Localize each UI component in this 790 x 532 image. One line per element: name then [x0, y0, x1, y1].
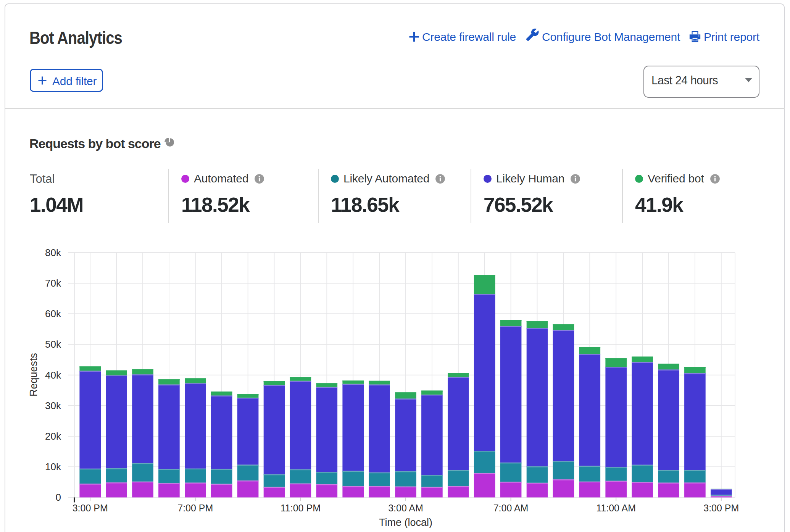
svg-text:3:00 PM: 3:00 PM	[703, 503, 739, 513]
svg-text:7:00 PM: 7:00 PM	[177, 503, 213, 513]
svg-text:80k: 80k	[45, 247, 61, 258]
svg-text:11:00 AM: 11:00 AM	[596, 503, 636, 513]
svg-text:11:00 PM: 11:00 PM	[281, 503, 321, 513]
svg-text:Requests: Requests	[28, 353, 39, 397]
svg-text:70k: 70k	[45, 277, 61, 289]
svg-text:10k: 10k	[45, 461, 61, 472]
svg-text:0: 0	[56, 492, 61, 503]
svg-text:60k: 60k	[45, 308, 61, 319]
svg-text:Time (local): Time (local)	[379, 517, 432, 528]
svg-text:50k: 50k	[45, 339, 61, 350]
svg-text:40k: 40k	[45, 369, 61, 381]
svg-text:3:00 AM: 3:00 AM	[388, 503, 423, 513]
svg-text:20k: 20k	[45, 430, 61, 442]
svg-text:3:00 PM: 3:00 PM	[73, 503, 108, 513]
svg-text:7:00 AM: 7:00 AM	[493, 503, 529, 513]
svg-text:30k: 30k	[45, 400, 61, 411]
